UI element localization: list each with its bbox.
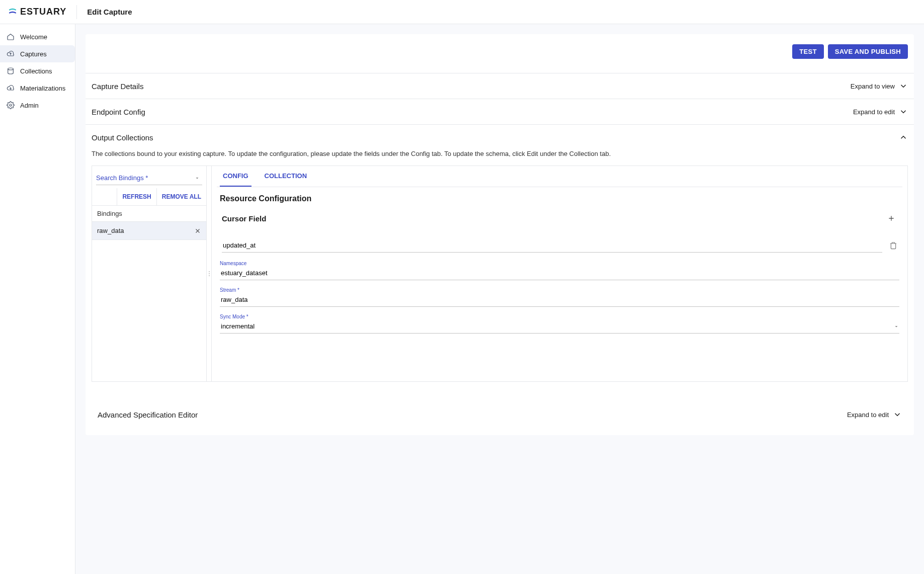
estuary-logo-icon <box>8 8 17 17</box>
sidebar-item-captures[interactable]: Captures <box>0 45 75 62</box>
sync-mode-select[interactable] <box>220 319 899 334</box>
cloud-download-icon <box>6 84 15 93</box>
dropdown-caret-icon <box>194 175 200 181</box>
brand-name: ESTUARY <box>20 7 66 17</box>
page-title: Edit Capture <box>87 8 132 16</box>
sync-mode-label: Sync Mode * <box>220 314 899 319</box>
stream-field: Stream * <box>217 280 902 307</box>
svg-point-3 <box>209 273 210 274</box>
expand-to-edit-label: Expand to edit <box>847 411 889 419</box>
svg-point-4 <box>209 275 210 276</box>
config-panel: CONFIG COLLECTION Resource Configuration… <box>212 166 907 381</box>
delete-cursor-button[interactable] <box>887 239 899 252</box>
sidebar-item-welcome[interactable]: Welcome <box>0 28 75 45</box>
sidebar-item-collections[interactable]: Collections <box>0 62 75 79</box>
sidebar-item-label: Captures <box>20 50 47 58</box>
namespace-label: Namespace <box>220 261 899 266</box>
namespace-input[interactable] <box>220 266 899 280</box>
brand-logo: ESTUARY <box>8 7 66 17</box>
accordion-title: Capture Details <box>92 82 143 91</box>
gear-icon <box>6 101 15 110</box>
binding-name: raw_data <box>97 227 124 234</box>
sidebar-item-label: Collections <box>20 67 52 75</box>
sidebar-item-label: Admin <box>20 102 39 109</box>
resource-config-title: Resource Configuration <box>217 187 902 207</box>
config-tabs: CONFIG COLLECTION <box>217 166 902 187</box>
save-publish-button[interactable]: SAVE AND PUBLISH <box>828 44 908 59</box>
search-bindings-wrap <box>92 166 206 188</box>
sidebar-item-admin[interactable]: Admin <box>0 97 75 114</box>
collections-layout: REFRESH REMOVE ALL Bindings raw_data <box>92 166 908 382</box>
accordion-endpoint-config[interactable]: Endpoint Config Expand to edit <box>86 99 914 124</box>
expand-to-edit-label: Expand to edit <box>853 108 895 116</box>
accordion-output-collections[interactable]: Output Collections <box>86 124 914 150</box>
accordion-action <box>899 133 908 142</box>
remove-all-button[interactable]: REMOVE ALL <box>156 188 206 205</box>
stream-input[interactable] <box>220 293 899 307</box>
stream-label: Stream * <box>220 287 899 293</box>
output-collections-content: The collections bound to your existing c… <box>86 150 914 435</box>
cursor-field-row <box>217 235 902 254</box>
content-panel: TEST SAVE AND PUBLISH Capture Details Ex… <box>86 34 914 435</box>
app-header: ESTUARY Edit Capture <box>0 0 924 24</box>
accordion-action: Expand to edit <box>847 410 902 419</box>
svg-point-2 <box>209 271 210 272</box>
sidebar: Welcome Captures Collections Materializa… <box>0 24 75 574</box>
cursor-field-header: Cursor Field <box>217 207 902 227</box>
sync-mode-field: Sync Mode * <box>217 307 902 334</box>
database-icon <box>6 66 15 75</box>
svg-point-1 <box>10 104 12 106</box>
refresh-button[interactable]: REFRESH <box>117 188 156 205</box>
sidebar-item-label: Welcome <box>20 33 47 41</box>
action-bar: TEST SAVE AND PUBLISH <box>86 44 914 73</box>
accordion-title: Endpoint Config <box>92 108 145 116</box>
accordion-advanced-editor[interactable]: Advanced Specification Editor Expand to … <box>92 402 908 427</box>
chevron-down-icon <box>893 410 902 419</box>
accordion-title: Output Collections <box>92 133 153 142</box>
expand-to-view-label: Expand to view <box>851 83 895 90</box>
tab-config[interactable]: CONFIG <box>220 166 251 187</box>
accordion-action: Expand to view <box>851 81 908 91</box>
test-button[interactable]: TEST <box>792 44 823 59</box>
cursor-field-input[interactable] <box>222 238 882 253</box>
remove-binding-icon[interactable] <box>194 227 201 234</box>
search-bindings-input[interactable] <box>96 171 202 185</box>
tab-collection[interactable]: COLLECTION <box>262 166 310 187</box>
panel-splitter[interactable] <box>207 166 212 381</box>
sidebar-item-materializations[interactable]: Materializations <box>0 79 75 97</box>
svg-point-0 <box>8 68 14 70</box>
accordion-title: Advanced Specification Editor <box>98 411 198 419</box>
output-description: The collections bound to your existing c… <box>92 150 908 157</box>
accordion-capture-details[interactable]: Capture Details Expand to view <box>86 73 914 99</box>
home-icon <box>6 32 15 41</box>
namespace-field: Namespace <box>217 254 902 280</box>
main-content: TEST SAVE AND PUBLISH Capture Details Ex… <box>75 24 924 574</box>
chevron-up-icon <box>899 133 908 142</box>
chevron-down-icon <box>899 81 908 91</box>
bindings-panel: REFRESH REMOVE ALL Bindings raw_data <box>92 166 207 381</box>
add-cursor-button[interactable] <box>883 212 899 224</box>
cloud-upload-icon <box>6 49 15 58</box>
bindings-header: Bindings <box>92 206 206 222</box>
header-divider <box>76 5 77 19</box>
cursor-field-title: Cursor Field <box>222 214 266 223</box>
chevron-down-icon <box>899 107 908 116</box>
bindings-actions: REFRESH REMOVE ALL <box>92 188 206 206</box>
binding-row[interactable]: raw_data <box>92 222 206 240</box>
accordion-action: Expand to edit <box>853 107 908 116</box>
sidebar-item-label: Materializations <box>20 85 65 92</box>
